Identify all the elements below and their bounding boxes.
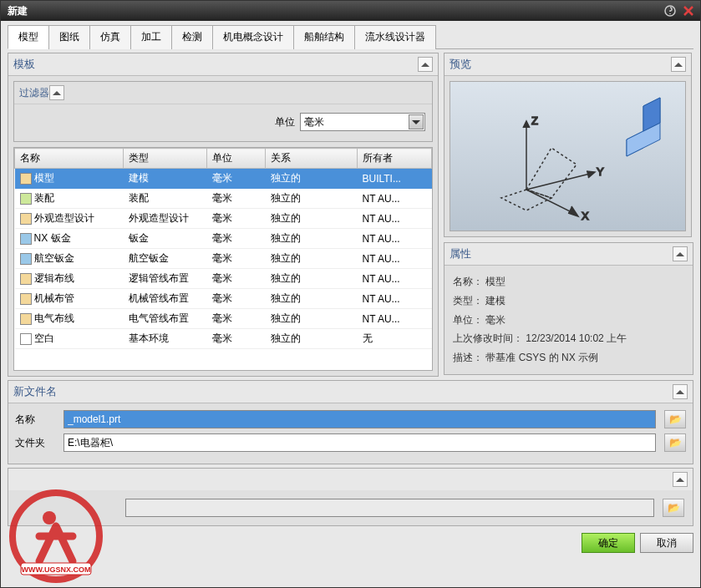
file-icon xyxy=(20,213,32,225)
chevron-up-icon xyxy=(53,91,61,95)
preview-image: Z Y X xyxy=(450,81,686,231)
svg-text:X: X xyxy=(582,210,589,222)
collapse-props-button[interactable] xyxy=(673,246,688,261)
chevron-up-icon xyxy=(421,63,429,67)
close-button[interactable] xyxy=(680,3,697,18)
browse-ref-button[interactable]: 📂 xyxy=(663,499,684,517)
table-row[interactable]: NX 钣金钣金毫米独立的NT AU... xyxy=(15,229,432,249)
collapse-template-button[interactable] xyxy=(418,57,433,72)
property-line: 描述： 带基准 CSYS 的 NX 示例 xyxy=(453,348,684,368)
collapse-filter-button[interactable] xyxy=(49,85,64,100)
column-header[interactable]: 关系 xyxy=(266,149,358,169)
tab-bar: 模型图纸仿真加工检测机电概念设计船舶结构流水线设计器 xyxy=(8,24,693,49)
preview-header: 预览 xyxy=(450,57,471,72)
folder-icon: 📂 xyxy=(669,413,682,425)
template-header: 模板 xyxy=(13,57,35,72)
svg-text:Y: Y xyxy=(597,165,604,178)
chevron-up-icon xyxy=(676,252,684,256)
file-icon xyxy=(20,273,32,285)
table-row[interactable]: 航空钣金航空钣金毫米独立的NT AU... xyxy=(15,249,432,269)
newfile-header: 新文件名 xyxy=(13,384,57,399)
tab-5[interactable]: 机电概念设计 xyxy=(212,25,294,49)
properties-header: 属性 xyxy=(450,246,471,261)
property-line: 名称： 模型 xyxy=(453,272,684,291)
folder-icon: 📂 xyxy=(669,437,682,449)
file-icon xyxy=(20,253,32,265)
table-row[interactable]: 外观造型设计外观造型设计毫米独立的NT AU... xyxy=(15,209,432,229)
properties-panel: 属性 名称： 模型类型： 建模单位： 毫米上次修改时间： 12/23/2014 … xyxy=(444,242,693,375)
table-row[interactable]: 模型建模毫米独立的BUILTI... xyxy=(15,169,432,189)
chevron-up-icon xyxy=(674,63,683,67)
reference-input[interactable] xyxy=(125,499,654,517)
svg-text:Z: Z xyxy=(531,114,538,127)
table-row[interactable]: 空白基本环境毫米独立的无 xyxy=(15,329,432,349)
collapse-preview-button[interactable] xyxy=(671,57,686,72)
unit-select[interactable]: 毫米 xyxy=(300,113,425,131)
ok-button[interactable]: 确定 xyxy=(582,533,635,553)
dropdown-button[interactable] xyxy=(409,114,424,129)
chevron-up-icon xyxy=(676,478,684,482)
tab-2[interactable]: 仿真 xyxy=(89,25,131,49)
browse-folder-button[interactable]: 📂 xyxy=(664,433,686,452)
name-label: 名称 xyxy=(15,413,55,427)
property-line: 类型： 建模 xyxy=(453,291,684,311)
column-header[interactable]: 所有者 xyxy=(358,149,432,169)
table-row[interactable]: 逻辑布线逻辑管线布置毫米独立的NT AU... xyxy=(15,269,432,289)
column-header[interactable]: 名称 xyxy=(15,149,124,169)
cancel-button[interactable]: 取消 xyxy=(640,533,693,553)
file-icon xyxy=(20,173,32,185)
property-line: 单位： 毫米 xyxy=(453,311,684,330)
svg-point-5 xyxy=(43,511,56,525)
file-icon xyxy=(20,193,32,205)
tab-7[interactable]: 流水线设计器 xyxy=(354,25,436,49)
titlebar: 新建 xyxy=(1,1,700,21)
file-icon xyxy=(20,233,32,245)
window-title: 新建 xyxy=(4,4,660,18)
chevron-up-icon xyxy=(676,390,684,394)
column-header[interactable]: 单位 xyxy=(207,149,266,169)
watermark: WWW.UGSNX.COM xyxy=(2,486,110,586)
collapse-ref-button[interactable] xyxy=(673,472,688,487)
help-button[interactable] xyxy=(662,3,678,18)
tab-0[interactable]: 模型 xyxy=(8,25,49,49)
template-table: 名称类型单位关系所有者 模型建模毫米独立的BUILTI...装配装配毫米独立的N… xyxy=(14,148,432,349)
chevron-down-icon xyxy=(412,120,420,124)
reference-panel: 📂 xyxy=(8,468,693,526)
table-row[interactable]: 机械布管机械管线布置毫米独立的NT AU... xyxy=(15,289,432,309)
folder-label: 文件夹 xyxy=(15,436,55,450)
column-header[interactable]: 类型 xyxy=(124,149,207,169)
file-icon xyxy=(20,293,32,305)
tab-1[interactable]: 图纸 xyxy=(48,25,90,49)
file-icon xyxy=(20,333,32,345)
folder-icon: 📂 xyxy=(668,502,680,514)
property-line: 上次修改时间： 12/23/2014 10:02 上午 xyxy=(453,329,684,348)
tab-6[interactable]: 船舶结构 xyxy=(293,25,355,49)
newfile-panel: 新文件名 名称 📂 文件夹 📂 xyxy=(8,380,693,464)
name-input[interactable] xyxy=(63,410,656,428)
svg-text:WWW.UGSNX.COM: WWW.UGSNX.COM xyxy=(22,565,91,574)
folder-input[interactable] xyxy=(63,433,656,452)
unit-value: 毫米 xyxy=(304,115,324,129)
table-row[interactable]: 电气布线电气管线布置毫米独立的NT AU... xyxy=(15,309,432,329)
browse-name-button[interactable]: 📂 xyxy=(664,410,686,428)
filter-header: 过滤器 xyxy=(19,86,49,100)
file-icon xyxy=(20,313,32,325)
tab-3[interactable]: 加工 xyxy=(130,25,172,49)
template-panel: 模板 过滤器 单位 毫米 xyxy=(8,53,439,377)
tab-4[interactable]: 检测 xyxy=(171,25,213,49)
unit-label: 单位 xyxy=(275,115,295,129)
collapse-newfile-button[interactable] xyxy=(673,384,688,399)
preview-panel: 预览 Z Y X xyxy=(444,53,692,237)
table-row[interactable]: 装配装配毫米独立的NT AU... xyxy=(15,189,432,209)
